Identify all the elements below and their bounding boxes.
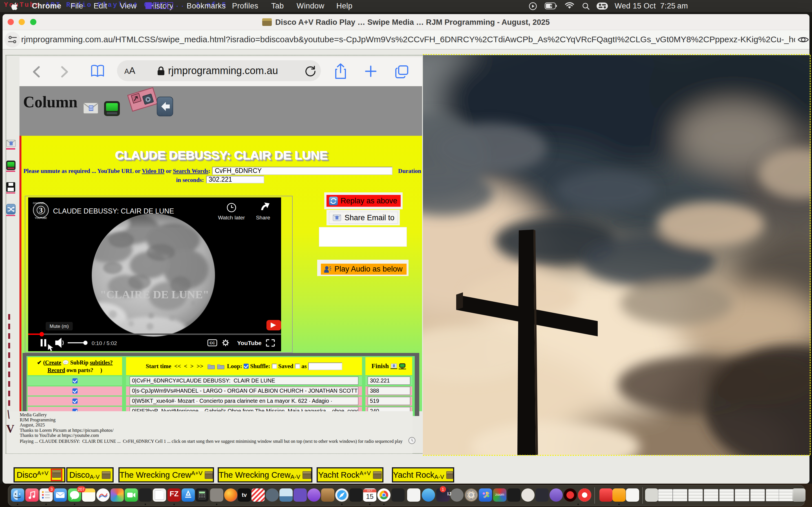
svg-text:Mute (m): Mute (m) [50, 324, 69, 329]
svg-text:CHANNEL: CHANNEL [33, 202, 45, 205]
svg-text:3: 3 [39, 206, 43, 214]
svg-text:YouTube: YouTube [237, 340, 262, 346]
svg-text:Watch later: Watch later [218, 215, 245, 221]
svg-text:"CLAIRE DE LUNE": "CLAIRE DE LUNE" [100, 288, 209, 301]
svg-text:CLAUDE DEBUSSY: CLAIR DE LUNE: CLAUDE DEBUSSY: CLAIR DE LUNE [53, 207, 174, 215]
svg-text:Share: Share [256, 215, 270, 221]
svg-text:YOUTUBE: YOUTUBE [35, 217, 47, 219]
svg-text:0:10 / 5:02: 0:10 / 5:02 [92, 340, 117, 346]
svg-text:CC: CC [210, 341, 215, 345]
